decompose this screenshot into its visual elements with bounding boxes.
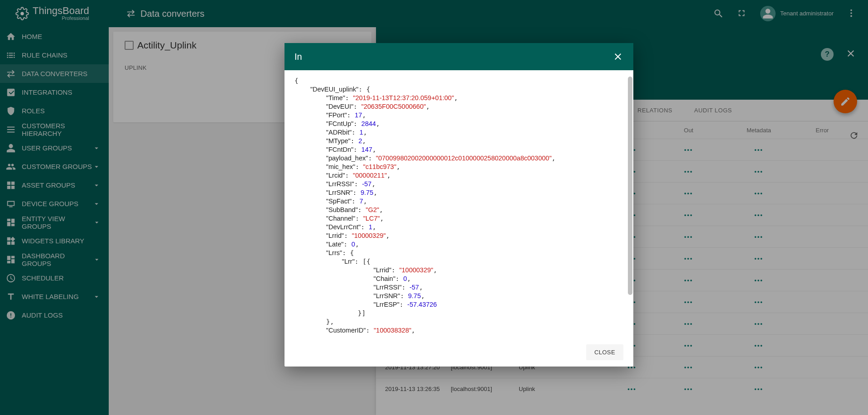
modal-body: { "DevEUI_uplink": { "Time": "2019-11-13… (285, 70, 633, 340)
modal-header: In (285, 43, 633, 70)
modal-title: In (294, 52, 302, 62)
scrollbar[interactable] (628, 77, 632, 333)
json-content[interactable]: { "DevEUI_uplink": { "Time": "2019-11-13… (294, 77, 630, 333)
payload-modal: In { "DevEUI_uplink": { "Time": "2019-11… (285, 43, 633, 367)
close-icon[interactable] (612, 51, 623, 62)
close-button[interactable]: CLOSE (586, 344, 623, 360)
